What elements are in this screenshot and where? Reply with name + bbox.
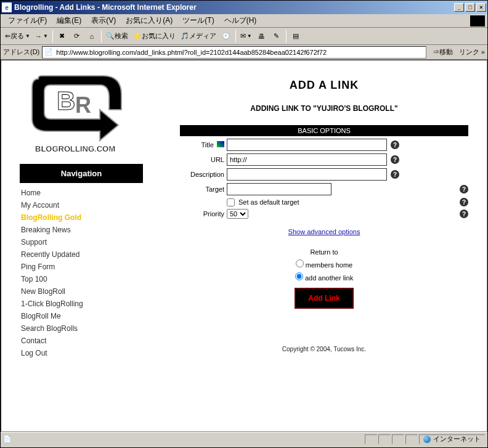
minimize-button[interactable]: _ (454, 3, 464, 12)
globe-icon (423, 436, 431, 443)
return-to-label: Return to (180, 248, 468, 256)
search-button[interactable]: 🔍検索 (104, 30, 130, 43)
help-icon[interactable]: ? (460, 185, 468, 193)
nav-item-search-blogrolls[interactable]: Search BlogRolls (20, 322, 143, 335)
help-icon[interactable]: ? (391, 141, 399, 149)
menubar: ファイル(F) 編集(E) 表示(V) お気に入り(A) ツール(T) ヘルプ(… (1, 14, 487, 28)
nav-item-top-100[interactable]: Top 100 (20, 273, 143, 285)
nav-item-1-click-blogrolling[interactable]: 1-Click BlogRolling (20, 298, 143, 310)
nav-list: HomeMy AccountBlogRolling GoldBreaking N… (20, 187, 143, 359)
priority-select[interactable]: 50 (227, 209, 248, 219)
address-label: アドレス(D) (3, 47, 39, 57)
statusbar: 📄 インターネット (1, 432, 487, 446)
return-home-label: members home (306, 261, 352, 269)
stop-button[interactable]: ✖ (55, 30, 69, 43)
desc-input[interactable] (227, 168, 387, 181)
close-button[interactable]: × (476, 3, 486, 12)
address-url: http://www.blogrolling.com/add_links.pht… (56, 49, 327, 56)
nav-item-home[interactable]: Home (20, 187, 143, 199)
address-input[interactable]: 📄 http://www.blogrolling.com/add_links.p… (42, 46, 426, 59)
footer-copyright: Copyright © 2004, Tucows Inc. (180, 346, 468, 352)
advanced-options-link[interactable]: Show advanced options (288, 228, 360, 235)
toolbar: ⇐ 戻る▼ →▼ ✖ ⟳ ⌂ 🔍検索 ⭐お気に入り 🎵メディア 🕘 ✉▼ 🖶 ✎… (1, 28, 487, 45)
menu-tools[interactable]: ツール(T) (177, 14, 219, 27)
zone-text: インターネット (433, 434, 481, 444)
app-icon: e (2, 2, 12, 12)
site-logo[interactable]: B R BLOGROLLING.COM (20, 67, 131, 159)
url-input[interactable] (227, 153, 387, 166)
titlebar: e Blogrolling - Add Links - Microsoft In… (1, 1, 487, 14)
tag-icon (217, 141, 224, 147)
nav-item-support[interactable]: Support (20, 236, 143, 248)
section-header: BASIC OPTIONS (180, 125, 468, 136)
menu-file[interactable]: ファイル(F) (3, 14, 52, 27)
default-target-label: Set as default target (238, 198, 299, 206)
return-home-radio[interactable] (296, 259, 304, 267)
help-icon[interactable]: ? (391, 170, 399, 179)
title-input[interactable] (227, 139, 387, 151)
menu-edit[interactable]: 編集(E) (52, 14, 86, 27)
form: BASIC OPTIONS Title ? URL ? Description (180, 125, 468, 309)
mail-button[interactable]: ✉▼ (238, 30, 254, 43)
return-another-label: add another link (305, 274, 353, 282)
links-button[interactable]: リンク » (459, 47, 485, 57)
target-label: Target (180, 185, 224, 193)
address-bar: アドレス(D) 📄 http://www.blogrolling.com/add… (1, 45, 487, 60)
page-icon: 📄 (44, 47, 54, 57)
svg-text:B: B (57, 86, 75, 115)
status-pane (365, 434, 377, 444)
history-button[interactable]: 🕘 (219, 30, 233, 43)
svg-text:R: R (75, 92, 91, 118)
priority-label: Priority (180, 210, 224, 218)
nav-item-breaking-news[interactable]: Breaking News (20, 224, 143, 236)
nav-item-recently-updated[interactable]: Recently Updated (20, 248, 143, 261)
media-button[interactable]: 🎵メディア (179, 30, 218, 43)
nav-item-blogrolling-gold[interactable]: BlogRolling Gold (20, 211, 143, 224)
return-another-radio[interactable] (295, 272, 303, 280)
desc-label: Description (180, 171, 224, 178)
url-label: URL (180, 156, 224, 163)
maximize-button[interactable]: □ (465, 3, 475, 12)
go-button[interactable]: ⇒移動 (429, 46, 457, 58)
back-button[interactable]: ⇐ 戻る▼ (3, 30, 32, 43)
nav-item-ping-form[interactable]: Ping Form (20, 261, 143, 273)
page-body: B R BLOGROLLING.COM Navigation HomeMy Ac… (1, 60, 487, 365)
edit-button[interactable]: ✎ (270, 30, 283, 43)
browser-window: e Blogrolling - Add Links - Microsoft In… (0, 0, 488, 448)
nav-item-blogroll-me[interactable]: BlogRoll Me (20, 310, 143, 322)
ie-logo (470, 15, 485, 26)
favorites-button[interactable]: ⭐お気に入り (131, 30, 177, 43)
menu-favorites[interactable]: お気に入り(A) (121, 14, 177, 27)
refresh-button[interactable]: ⟳ (70, 30, 84, 43)
window-title: Blogrolling - Add Links - Microsoft Inte… (14, 3, 454, 12)
print-button[interactable]: 🖶 (255, 30, 269, 43)
status-pane (378, 434, 391, 444)
status-pane (392, 434, 404, 444)
title-label: Title (180, 141, 224, 149)
target-input[interactable] (227, 183, 331, 195)
status-pane (405, 434, 418, 444)
menu-help[interactable]: ヘルプ(H) (219, 14, 262, 27)
default-target-checkbox[interactable] (227, 198, 235, 206)
nav-item-new-blogroll[interactable]: New BlogRoll (20, 285, 143, 298)
help-icon[interactable]: ? (460, 210, 468, 218)
content-viewport[interactable]: B R BLOGROLLING.COM Navigation HomeMy Ac… (1, 60, 487, 432)
nav-item-contact[interactable]: Contact (20, 335, 143, 347)
add-link-button[interactable]: Add Link (295, 288, 353, 309)
home-button[interactable]: ⌂ (85, 30, 99, 43)
help-icon[interactable]: ? (460, 198, 468, 206)
sidebar: B R BLOGROLLING.COM Navigation HomeMy Ac… (20, 67, 143, 359)
discuss-button[interactable]: ▤ (289, 30, 303, 43)
help-icon[interactable]: ? (391, 155, 399, 164)
logo-text: BLOGROLLING.COM (35, 144, 115, 153)
status-page-icon: 📄 (3, 435, 12, 443)
nav-item-log-out[interactable]: Log Out (20, 347, 143, 359)
nav-item-my-account[interactable]: My Account (20, 199, 143, 211)
menu-view[interactable]: 表示(V) (86, 14, 121, 27)
nav-header: Navigation (20, 164, 143, 183)
page-title: ADD A LINK (180, 79, 468, 92)
security-zone: インターネット (419, 434, 485, 444)
page-subtitle: ADDING LINK TO "YUJIRO'S BLOGROLL" (180, 104, 468, 113)
forward-button[interactable]: →▼ (33, 30, 50, 43)
main-content: ADD A LINK ADDING LINK TO "YUJIRO'S BLOG… (180, 67, 468, 359)
